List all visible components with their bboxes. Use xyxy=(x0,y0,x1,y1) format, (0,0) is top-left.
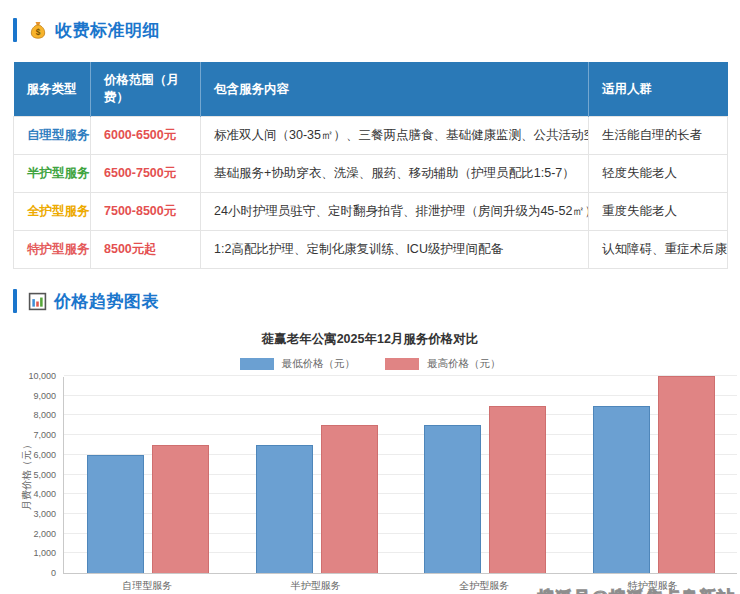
y-tick-label: 6,000 xyxy=(0,450,56,460)
col-header-price-range: 价格范围（月费） xyxy=(91,62,201,117)
table-row: 特护型服务 8500元起 1:2高配比护理、定制化康复训练、ICU级护理间配备 … xyxy=(14,231,728,269)
bar-min-price xyxy=(256,445,313,573)
table-row: 自理型服务 6000-6500元 标准双人间（30-35㎡）、三餐两点膳食、基础… xyxy=(14,117,728,155)
bar-max-price xyxy=(489,406,546,573)
bar-min-price xyxy=(87,455,144,573)
y-tick-label: 2,000 xyxy=(0,529,56,539)
table-row: 半护型服务 6500-7500元 基础服务+协助穿衣、洗澡、服药、移动辅助（护理… xyxy=(14,155,728,193)
audience-cell: 认知障碍、重症术后康复 xyxy=(589,231,728,269)
service-type-cell: 半护型服务 xyxy=(14,155,91,193)
money-bag-icon: $ xyxy=(28,20,48,40)
service-content-cell: 基础服务+协助穿衣、洗澡、服药、移动辅助（护理员配比1:5-7） xyxy=(201,155,589,193)
fees-section-header: $ 收费标准明细 xyxy=(13,16,740,44)
audience-cell: 重度失能老人 xyxy=(589,193,728,231)
legend-label-max-price: 最高价格（元） xyxy=(427,357,501,371)
bar-min-price xyxy=(424,425,481,573)
watermark: 搜狐号@搜狐焦点阜新站 xyxy=(537,586,735,594)
bar-max-price xyxy=(152,445,209,573)
svg-text:$: $ xyxy=(36,27,41,37)
table-header-row: 服务类型 价格范围（月费） 包含服务内容 适用人群 xyxy=(14,62,728,117)
chart-title: 蓰赢老年公寓2025年12月服务价格对比 xyxy=(0,322,740,348)
service-content-cell: 24小时护理员驻守、定时翻身拍背、排泄护理（房间升级为45-52㎡） xyxy=(201,193,589,231)
x-tick-label: 自理型服务 xyxy=(67,579,227,593)
table-row: 全护型服务 7500-8500元 24小时护理员驻守、定时翻身拍背、排泄护理（房… xyxy=(14,193,728,231)
gridline xyxy=(64,375,737,376)
legend-label-min-price: 最低价格（元） xyxy=(282,357,356,371)
legend-swatch-min-price xyxy=(240,358,274,370)
service-type-cell: 自理型服务 xyxy=(14,117,91,155)
col-header-audience: 适用人群 xyxy=(589,62,728,117)
y-tick-label: 0 xyxy=(0,568,56,578)
service-type-cell: 特护型服务 xyxy=(14,231,91,269)
y-tick-label: 9,000 xyxy=(0,391,56,401)
legend-swatch-max-price xyxy=(385,358,419,370)
price-comparison-chart: 蓰赢老年公寓2025年12月服务价格对比 最低价格（元） 最高价格（元） 月费价… xyxy=(0,322,740,594)
y-tick-label: 7,000 xyxy=(0,430,56,440)
legend-item-min-price: 最低价格（元） xyxy=(240,357,356,371)
fees-section-title: 收费标准明细 xyxy=(55,19,160,42)
fees-table: 服务类型 价格范围（月费） 包含服务内容 适用人群 自理型服务 6000-650… xyxy=(13,62,728,269)
y-tick-label: 8,000 xyxy=(0,410,56,420)
section-accent-bar xyxy=(13,18,17,42)
y-tick-label: 5,000 xyxy=(0,470,56,480)
price-cell: 7500-8500元 xyxy=(91,193,201,231)
service-type-cell: 全护型服务 xyxy=(14,193,91,231)
chart-section-header: 价格趋势图表 xyxy=(13,287,740,315)
price-cell: 6500-7500元 xyxy=(91,155,201,193)
y-tick-label: 1,000 xyxy=(0,548,56,558)
y-tick-label: 10,000 xyxy=(0,371,56,381)
audience-cell: 生活能自理的长者 xyxy=(589,117,728,155)
legend-item-max-price: 最高价格（元） xyxy=(385,357,501,371)
chart-legend: 最低价格（元） 最高价格（元） xyxy=(0,357,740,371)
chart-section-title: 价格趋势图表 xyxy=(54,290,159,313)
bar-max-price xyxy=(321,425,378,573)
service-content-cell: 1:2高配比护理、定制化康复训练、ICU级护理间配备 xyxy=(201,231,589,269)
audience-cell: 轻度失能老人 xyxy=(589,155,728,193)
gridline xyxy=(64,395,737,396)
price-cell: 8500元起 xyxy=(91,231,201,269)
y-tick-label: 3,000 xyxy=(0,509,56,519)
bar-min-price xyxy=(593,406,650,573)
price-cell: 6000-6500元 xyxy=(91,117,201,155)
col-header-service-type: 服务类型 xyxy=(14,62,91,117)
bar-max-price xyxy=(658,376,715,573)
section-accent-bar xyxy=(13,289,17,313)
col-header-service-content: 包含服务内容 xyxy=(201,62,589,117)
plot-area xyxy=(63,377,737,574)
bar-chart-icon xyxy=(28,292,47,311)
service-content-cell: 标准双人间（30-35㎡）、三餐两点膳食、基础健康监测、公共活动空间 xyxy=(201,117,589,155)
x-tick-label: 半护型服务 xyxy=(236,579,396,593)
y-tick-label: 4,000 xyxy=(0,489,56,499)
